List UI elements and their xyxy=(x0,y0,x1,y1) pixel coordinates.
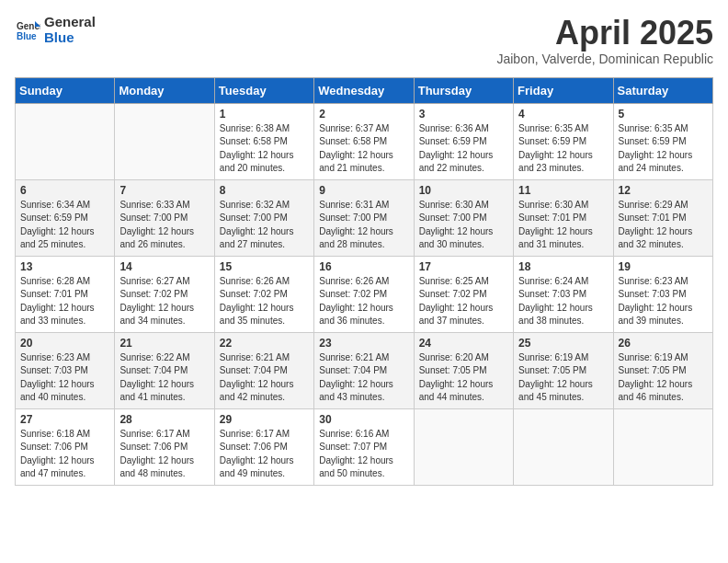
day-info: Sunrise: 6:35 AM Sunset: 6:59 PM Dayligh… xyxy=(619,122,708,176)
day-info: Sunrise: 6:21 AM Sunset: 7:04 PM Dayligh… xyxy=(220,351,309,405)
day-number: 18 xyxy=(518,260,608,273)
calendar-cell: 13Sunrise: 6:28 AM Sunset: 7:01 PM Dayli… xyxy=(16,256,115,332)
calendar-cell: 11Sunrise: 6:30 AM Sunset: 7:01 PM Dayli… xyxy=(514,179,613,256)
calendar-cell: 15Sunrise: 6:26 AM Sunset: 7:02 PM Dayli… xyxy=(214,256,313,332)
day-number: 12 xyxy=(619,184,708,197)
day-number: 14 xyxy=(119,260,209,273)
day-info: Sunrise: 6:36 AM Sunset: 6:59 PM Dayligh… xyxy=(419,122,508,176)
logo-general-text: General xyxy=(44,15,96,30)
calendar-cell: 1Sunrise: 6:38 AM Sunset: 6:58 PM Daylig… xyxy=(214,103,313,179)
day-info: Sunrise: 6:35 AM Sunset: 6:59 PM Dayligh… xyxy=(518,122,608,176)
calendar-cell: 2Sunrise: 6:37 AM Sunset: 6:58 PM Daylig… xyxy=(314,103,414,179)
calendar-week-row: 1Sunrise: 6:38 AM Sunset: 6:58 PM Daylig… xyxy=(16,103,713,179)
day-info: Sunrise: 6:25 AM Sunset: 7:02 PM Dayligh… xyxy=(419,275,508,328)
location-subtitle: Jaibon, Valverde, Dominican Republic xyxy=(496,52,713,66)
calendar-cell: 4Sunrise: 6:35 AM Sunset: 6:59 PM Daylig… xyxy=(514,103,613,179)
calendar-cell xyxy=(514,408,613,485)
day-number: 22 xyxy=(220,337,309,350)
day-number: 16 xyxy=(319,260,408,273)
day-number: 5 xyxy=(619,108,708,121)
calendar-week-row: 13Sunrise: 6:28 AM Sunset: 7:01 PM Dayli… xyxy=(16,256,713,332)
calendar-cell: 16Sunrise: 6:26 AM Sunset: 7:02 PM Dayli… xyxy=(314,256,414,332)
day-number: 25 xyxy=(518,337,608,350)
day-info: Sunrise: 6:26 AM Sunset: 7:02 PM Dayligh… xyxy=(220,275,309,328)
calendar-cell xyxy=(414,408,513,485)
calendar-cell: 24Sunrise: 6:20 AM Sunset: 7:05 PM Dayli… xyxy=(414,332,513,408)
calendar-cell: 10Sunrise: 6:30 AM Sunset: 7:00 PM Dayli… xyxy=(414,179,513,256)
day-info: Sunrise: 6:29 AM Sunset: 7:01 PM Dayligh… xyxy=(619,199,708,252)
calendar-week-row: 6Sunrise: 6:34 AM Sunset: 6:59 PM Daylig… xyxy=(16,179,713,256)
day-info: Sunrise: 6:28 AM Sunset: 7:01 PM Dayligh… xyxy=(20,275,109,328)
day-number: 7 xyxy=(119,184,209,197)
day-info: Sunrise: 6:17 AM Sunset: 7:06 PM Dayligh… xyxy=(220,428,309,481)
day-number: 23 xyxy=(319,337,408,350)
calendar-cell: 9Sunrise: 6:31 AM Sunset: 7:00 PM Daylig… xyxy=(314,179,414,256)
calendar-cell: 12Sunrise: 6:29 AM Sunset: 7:01 PM Dayli… xyxy=(613,179,712,256)
col-header-monday: Monday xyxy=(115,77,214,103)
day-info: Sunrise: 6:26 AM Sunset: 7:02 PM Dayligh… xyxy=(319,275,408,328)
page-header: General Blue General Blue April 2025 Jai… xyxy=(15,15,713,66)
day-info: Sunrise: 6:33 AM Sunset: 7:00 PM Dayligh… xyxy=(119,199,209,252)
col-header-sunday: Sunday xyxy=(16,77,115,103)
calendar-cell: 8Sunrise: 6:32 AM Sunset: 7:00 PM Daylig… xyxy=(214,179,313,256)
calendar-cell: 28Sunrise: 6:17 AM Sunset: 7:06 PM Dayli… xyxy=(115,408,214,485)
day-number: 20 xyxy=(20,337,109,350)
calendar-week-row: 27Sunrise: 6:18 AM Sunset: 7:06 PM Dayli… xyxy=(16,408,713,485)
calendar-week-row: 20Sunrise: 6:23 AM Sunset: 7:03 PM Dayli… xyxy=(16,332,713,408)
calendar-header-row: SundayMondayTuesdayWednesdayThursdayFrid… xyxy=(16,77,713,103)
calendar-cell: 25Sunrise: 6:19 AM Sunset: 7:05 PM Dayli… xyxy=(514,332,613,408)
day-number: 27 xyxy=(20,413,109,426)
day-number: 19 xyxy=(619,260,708,273)
day-info: Sunrise: 6:24 AM Sunset: 7:03 PM Dayligh… xyxy=(518,275,608,328)
calendar-cell: 19Sunrise: 6:23 AM Sunset: 7:03 PM Dayli… xyxy=(613,256,712,332)
day-number: 3 xyxy=(419,108,508,121)
calendar-cell: 18Sunrise: 6:24 AM Sunset: 7:03 PM Dayli… xyxy=(514,256,613,332)
calendar-cell: 20Sunrise: 6:23 AM Sunset: 7:03 PM Dayli… xyxy=(16,332,115,408)
day-info: Sunrise: 6:23 AM Sunset: 7:03 PM Dayligh… xyxy=(20,351,109,405)
day-number: 1 xyxy=(220,108,309,121)
day-info: Sunrise: 6:18 AM Sunset: 7:06 PM Dayligh… xyxy=(20,428,109,481)
day-info: Sunrise: 6:20 AM Sunset: 7:05 PM Dayligh… xyxy=(419,351,508,405)
logo-icon: General Blue xyxy=(15,17,40,43)
col-header-wednesday: Wednesday xyxy=(314,77,414,103)
day-info: Sunrise: 6:34 AM Sunset: 6:59 PM Dayligh… xyxy=(20,199,109,252)
day-number: 2 xyxy=(319,108,408,121)
calendar-cell: 26Sunrise: 6:19 AM Sunset: 7:05 PM Dayli… xyxy=(613,332,712,408)
day-info: Sunrise: 6:38 AM Sunset: 6:58 PM Dayligh… xyxy=(220,122,309,176)
calendar-cell: 22Sunrise: 6:21 AM Sunset: 7:04 PM Dayli… xyxy=(214,332,313,408)
logo-blue-text: Blue xyxy=(44,30,96,46)
calendar-cell: 3Sunrise: 6:36 AM Sunset: 6:59 PM Daylig… xyxy=(414,103,513,179)
col-header-saturday: Saturday xyxy=(613,77,712,103)
calendar-cell: 6Sunrise: 6:34 AM Sunset: 6:59 PM Daylig… xyxy=(16,179,115,256)
day-info: Sunrise: 6:19 AM Sunset: 7:05 PM Dayligh… xyxy=(518,351,608,405)
calendar-cell: 29Sunrise: 6:17 AM Sunset: 7:06 PM Dayli… xyxy=(214,408,313,485)
day-number: 6 xyxy=(20,184,109,197)
calendar-cell xyxy=(115,103,214,179)
col-header-thursday: Thursday xyxy=(414,77,513,103)
day-number: 9 xyxy=(319,184,408,197)
calendar-cell: 7Sunrise: 6:33 AM Sunset: 7:00 PM Daylig… xyxy=(115,179,214,256)
day-number: 24 xyxy=(419,337,508,350)
day-number: 4 xyxy=(518,108,608,121)
logo: General Blue General Blue xyxy=(15,15,96,45)
day-info: Sunrise: 6:30 AM Sunset: 7:00 PM Dayligh… xyxy=(419,199,508,252)
calendar-table: SundayMondayTuesdayWednesdayThursdayFrid… xyxy=(15,77,713,486)
day-number: 26 xyxy=(619,337,708,350)
calendar-cell xyxy=(613,408,712,485)
col-header-tuesday: Tuesday xyxy=(214,77,313,103)
day-info: Sunrise: 6:37 AM Sunset: 6:58 PM Dayligh… xyxy=(319,122,408,176)
calendar-cell: 27Sunrise: 6:18 AM Sunset: 7:06 PM Dayli… xyxy=(16,408,115,485)
day-info: Sunrise: 6:19 AM Sunset: 7:05 PM Dayligh… xyxy=(619,351,708,405)
calendar-cell xyxy=(16,103,115,179)
svg-text:Blue: Blue xyxy=(17,31,37,41)
day-number: 8 xyxy=(220,184,309,197)
day-number: 10 xyxy=(419,184,508,197)
day-number: 17 xyxy=(419,260,508,273)
month-year-title: April 2025 xyxy=(496,15,713,52)
calendar-cell: 14Sunrise: 6:27 AM Sunset: 7:02 PM Dayli… xyxy=(115,256,214,332)
day-info: Sunrise: 6:16 AM Sunset: 7:07 PM Dayligh… xyxy=(319,428,408,481)
day-number: 21 xyxy=(119,337,209,350)
day-number: 30 xyxy=(319,413,408,426)
day-number: 29 xyxy=(220,413,309,426)
day-info: Sunrise: 6:30 AM Sunset: 7:01 PM Dayligh… xyxy=(518,199,608,252)
